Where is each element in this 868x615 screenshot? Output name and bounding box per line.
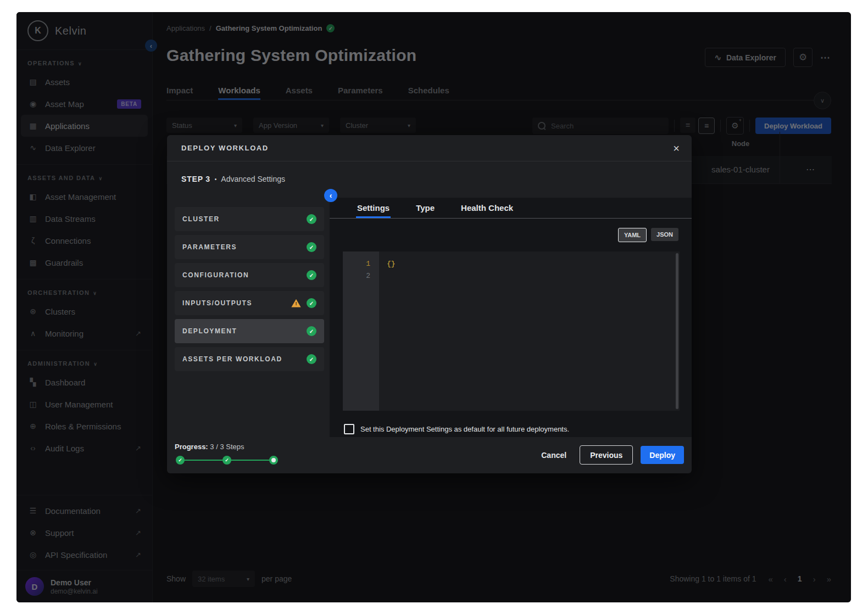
step-inputs-outputs[interactable]: INPUTS/OUTPUTS ✓ [175, 291, 324, 315]
chevron-left-icon: ‹ [330, 191, 332, 200]
line-number: 1 [343, 258, 379, 270]
yaml-toggle-button[interactable]: YAML [618, 228, 647, 242]
check-icon: ✓ [307, 214, 316, 224]
code-line: {} [387, 258, 675, 270]
default-settings-checkbox[interactable] [344, 424, 354, 434]
progress-stepper: ✓ ✓ [176, 456, 278, 465]
cancel-button[interactable]: Cancel [536, 451, 572, 460]
editor-scrollbar[interactable] [676, 253, 678, 409]
modal-title: DEPLOY WORKLOAD [181, 144, 269, 152]
progress-node-done: ✓ [176, 456, 185, 465]
check-icon: ✓ [307, 298, 316, 308]
app-window: K Kelvin OPERATIONS∨ ▤ Assets ◉ Asset Ma… [16, 12, 851, 602]
step-title: Advanced Settings [221, 175, 285, 183]
tab-health-check[interactable]: Health Check [460, 198, 514, 218]
check-icon: ✓ [307, 242, 316, 252]
check-icon: ✓ [307, 354, 316, 364]
format-toggle: YAML JSON [618, 228, 678, 242]
step-cluster[interactable]: CLUSTER ✓ [175, 207, 324, 231]
deploy-button[interactable]: Deploy [641, 446, 684, 464]
json-toggle-button[interactable]: JSON [651, 228, 678, 241]
close-icon[interactable]: × [673, 143, 680, 154]
deploy-workload-modal: DEPLOY WORKLOAD × STEP 3 • Advanced Sett… [167, 135, 692, 473]
progress-node-done: ✓ [222, 456, 231, 465]
previous-button[interactable]: Previous [580, 445, 633, 465]
step-parameters[interactable]: PARAMETERS ✓ [175, 235, 324, 259]
step-number: STEP 3 [181, 175, 210, 183]
page: K Kelvin OPERATIONS∨ ▤ Assets ◉ Asset Ma… [0, 0, 868, 615]
warning-icon [291, 299, 301, 308]
code-editor[interactable]: 1 2 {} [343, 251, 680, 411]
default-settings-label: Set this Deployment Settings as default … [360, 425, 569, 433]
progress-node-current [269, 456, 278, 465]
progress-label: Progress: [175, 443, 208, 451]
step-indicator: STEP 3 • Advanced Settings [181, 175, 285, 183]
editor-gutter: 1 2 [343, 251, 379, 411]
progress-value: 3 / 3 Steps [210, 443, 244, 451]
panel-back-button[interactable]: ‹ [324, 189, 337, 202]
tab-type[interactable]: Type [415, 198, 436, 218]
progress-block: Progress: 3 / 3 Steps ✓ ✓ [175, 443, 278, 465]
step-list: CLUSTER ✓ PARAMETERS ✓ CONFIGURATION ✓ I… [175, 207, 324, 375]
line-number: 2 [343, 270, 379, 282]
step-deployment[interactable]: DEPLOYMENT ✓ [175, 319, 324, 343]
check-icon: ✓ [307, 326, 316, 336]
tab-settings[interactable]: Settings [356, 198, 391, 218]
check-icon: ✓ [307, 270, 316, 280]
step-assets-per-workload[interactable]: ASSETS PER WORKLOAD ✓ [175, 347, 324, 371]
settings-panel: Settings Type Health Check YAML JSON 1 2… [330, 198, 692, 437]
step-configuration[interactable]: CONFIGURATION ✓ [175, 263, 324, 287]
